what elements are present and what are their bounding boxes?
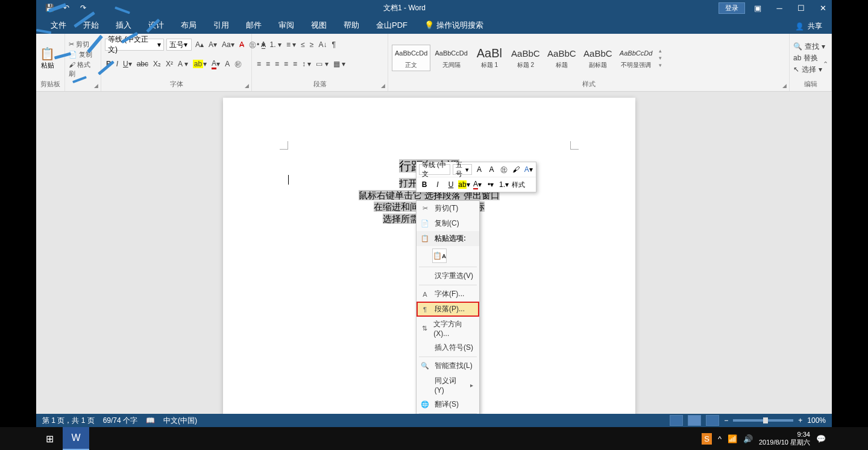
- tab-mailings[interactable]: 邮件: [237, 17, 270, 34]
- style-item[interactable]: AaBbCcDd无间隔: [432, 45, 470, 71]
- mini-shrink-icon[interactable]: A: [486, 164, 496, 175]
- tab-help[interactable]: 帮助: [335, 17, 368, 34]
- align-justify-icon[interactable]: ≡: [283, 59, 289, 69]
- tray-network-icon[interactable]: 📶: [728, 434, 737, 443]
- taskbar-clock[interactable]: 9:34 2019/8/10 星期六: [759, 431, 810, 446]
- tray-notifications-icon[interactable]: 💬: [816, 434, 826, 443]
- ctx-copy[interactable]: 📄复制(C): [417, 216, 479, 231]
- tab-home[interactable]: 开始: [75, 17, 107, 34]
- font-size-select[interactable]: 五号 ▾: [166, 39, 192, 51]
- view-web-icon[interactable]: [706, 415, 719, 426]
- strike-button[interactable]: abc: [136, 59, 149, 69]
- ctx-paragraph[interactable]: ¶段落(P)...: [417, 302, 479, 317]
- minimize-icon[interactable]: ─: [770, 1, 788, 15]
- borders-icon[interactable]: ▦ ▾: [332, 59, 347, 69]
- styles-launcher-icon[interactable]: ◢: [782, 83, 787, 89]
- document-area[interactable]: 行距怎么调 打开 word 文档 鼠标右键单击它 选择段落 弹出窗口 在缩进和间…: [36, 92, 832, 414]
- mini-bold-icon[interactable]: B: [419, 179, 430, 190]
- collapse-ribbon-icon[interactable]: ⌃: [823, 60, 828, 68]
- tab-review[interactable]: 审阅: [270, 17, 303, 34]
- font-color-icon[interactable]: A▾: [210, 58, 221, 71]
- clipboard-launcher-icon[interactable]: ◢: [94, 83, 98, 89]
- ctx-smart-lookup[interactable]: 🔍智能查找(L): [417, 358, 479, 373]
- start-button[interactable]: ⊞: [36, 427, 63, 450]
- tab-design[interactable]: 设计: [140, 17, 172, 34]
- styles-scroll-up-icon[interactable]: ▴: [659, 48, 662, 54]
- style-item[interactable]: AaBbC标题 2: [508, 45, 543, 71]
- style-item[interactable]: AaBl标题 1: [472, 45, 507, 71]
- font-name-select[interactable]: 等线 (中文正文) ▾: [105, 39, 164, 51]
- style-item[interactable]: AaBbCcDd不明显强调: [617, 45, 655, 71]
- mini-underline-icon[interactable]: U: [445, 179, 456, 190]
- page-count[interactable]: 第 1 页，共 1 页: [42, 416, 95, 426]
- paragraph-launcher-icon[interactable]: ◢: [381, 83, 385, 89]
- decrease-indent-icon[interactable]: ≤: [300, 39, 306, 50]
- taskbar-word-icon[interactable]: W: [63, 427, 89, 450]
- ctx-insert-symbol[interactable]: 插入符号(S): [417, 340, 479, 355]
- zoom-out-icon[interactable]: −: [724, 416, 728, 425]
- zoom-level[interactable]: 100%: [807, 416, 826, 425]
- view-print-icon[interactable]: [688, 415, 701, 426]
- change-case-icon[interactable]: Aa▾: [221, 39, 236, 50]
- word-count[interactable]: 69/74 个字: [103, 416, 137, 426]
- save-icon[interactable]: 💾: [42, 1, 57, 15]
- ctx-synonyms[interactable]: 同义词(Y)▸: [417, 373, 479, 397]
- ctx-cut[interactable]: ✂剪切(T): [417, 201, 479, 216]
- styles-scroll-down-icon[interactable]: ▾: [659, 55, 662, 61]
- tray-sogou-icon[interactable]: S: [702, 433, 712, 445]
- language[interactable]: 中文(中国): [163, 416, 197, 426]
- highlight-icon[interactable]: ab▾: [192, 59, 208, 69]
- mini-bullets-icon[interactable]: •▾: [485, 179, 496, 190]
- mini-size-select[interactable]: 五号▾: [453, 164, 472, 175]
- align-center-icon[interactable]: ≡: [265, 59, 271, 69]
- spell-check-icon[interactable]: 📖: [146, 416, 155, 425]
- mini-italic-icon[interactable]: I: [432, 179, 443, 190]
- zoom-in-icon[interactable]: +: [798, 416, 802, 425]
- align-right-icon[interactable]: ≡: [274, 59, 280, 69]
- underline-button[interactable]: U ▾: [122, 59, 133, 69]
- shrink-font-icon[interactable]: A▾: [207, 39, 218, 50]
- show-marks-icon[interactable]: ¶: [330, 39, 336, 50]
- italic-button[interactable]: I: [115, 59, 119, 69]
- undo-icon[interactable]: ↶: [59, 1, 74, 15]
- char-shading-icon[interactable]: A: [224, 59, 231, 69]
- shading-icon[interactable]: ▭ ▾: [315, 59, 329, 69]
- replace-button[interactable]: ab替换: [793, 53, 825, 63]
- style-item[interactable]: AaBbCcDd正文: [392, 45, 430, 71]
- multilevel-icon[interactable]: ≡ ▾: [285, 39, 297, 50]
- style-item[interactable]: AaBbC标题: [544, 45, 579, 71]
- close-icon[interactable]: ✕: [814, 1, 832, 15]
- paste-keep-text-icon[interactable]: 📋ᴀ: [432, 249, 447, 263]
- clear-format-icon[interactable]: A̶: [238, 39, 245, 50]
- superscript-button[interactable]: X²: [165, 59, 174, 69]
- login-button[interactable]: 登录: [719, 2, 745, 14]
- ctx-font[interactable]: A字体(F)...: [417, 287, 479, 302]
- tray-volume-icon[interactable]: 🔊: [743, 434, 753, 443]
- mini-styles-button[interactable]: 样式: [512, 180, 525, 189]
- increase-indent-icon[interactable]: ≥: [309, 39, 315, 50]
- numbering-icon[interactable]: 1. ▾: [269, 39, 283, 50]
- mini-highlight-icon[interactable]: ab▾: [459, 179, 470, 190]
- tab-insert[interactable]: 插入: [107, 17, 140, 34]
- ctx-text-direction[interactable]: ⇅文字方向(X)...: [417, 317, 479, 340]
- redo-icon[interactable]: ↷: [76, 1, 90, 15]
- find-button[interactable]: 🔍查找 ▾: [793, 42, 825, 52]
- format-painter-button[interactable]: 🖌 格式刷: [69, 60, 97, 78]
- ctx-translate[interactable]: 🌐翻译(S): [417, 397, 479, 412]
- mini-grow-icon[interactable]: A: [474, 164, 484, 175]
- mini-numbering-icon[interactable]: 1.▾: [498, 179, 509, 190]
- style-item[interactable]: AaBbC副标题: [580, 45, 615, 71]
- copy-button[interactable]: 📄 复制: [69, 50, 97, 59]
- zoom-slider[interactable]: [733, 419, 793, 422]
- style-gallery[interactable]: AaBbCcDd正文AaBbCcDd无间隔AaBl标题 1AaBbC标题 2Aa…: [392, 45, 655, 71]
- zoom-thumb[interactable]: [763, 417, 768, 423]
- maximize-icon[interactable]: ☐: [792, 1, 810, 15]
- tab-file[interactable]: 文件: [42, 17, 75, 34]
- text-effects-icon[interactable]: A ▾: [177, 59, 189, 69]
- styles-more-icon[interactable]: ▾: [659, 62, 662, 68]
- bullets-icon[interactable]: • ▾: [256, 39, 266, 50]
- bold-button[interactable]: B: [105, 59, 113, 69]
- mini-styles-icon[interactable]: A▾: [524, 164, 533, 175]
- tell-me[interactable]: 💡 操作说明搜索: [416, 17, 492, 34]
- ribbon-options-icon[interactable]: ▣: [749, 1, 767, 15]
